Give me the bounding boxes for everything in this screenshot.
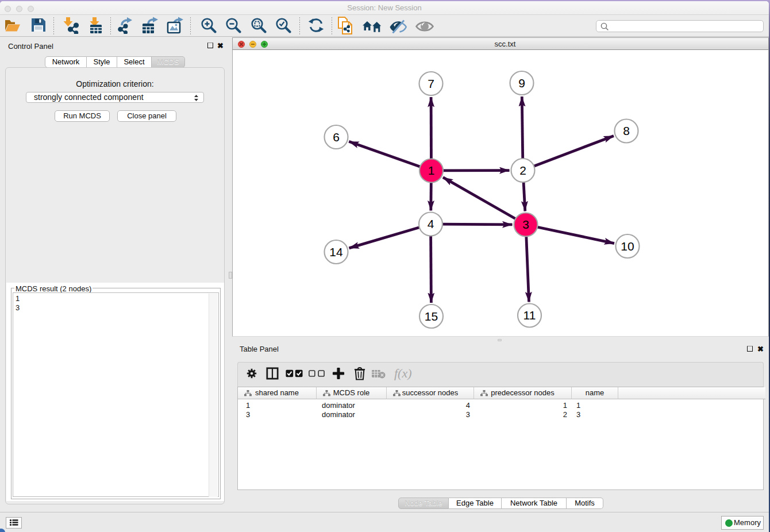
svg-text:7: 7: [428, 77, 434, 90]
svg-text:6: 6: [333, 130, 340, 144]
svg-text:1: 1: [428, 164, 435, 177]
svg-text:14: 14: [329, 245, 343, 259]
svg-text:2: 2: [519, 164, 526, 177]
svg-text:4: 4: [428, 217, 434, 230]
svg-text:8: 8: [623, 124, 630, 137]
svg-text:3: 3: [522, 218, 529, 231]
svg-text:10: 10: [621, 240, 634, 253]
svg-text:15: 15: [425, 310, 438, 323]
svg-text:11: 11: [523, 309, 536, 322]
svg-text:9: 9: [518, 76, 525, 90]
